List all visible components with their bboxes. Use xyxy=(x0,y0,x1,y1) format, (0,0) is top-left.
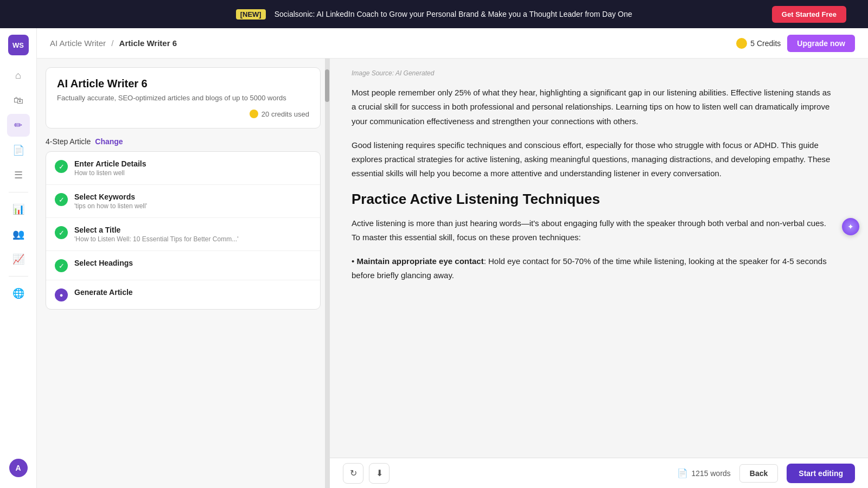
download-button[interactable]: ⬇ xyxy=(369,463,390,484)
refresh-icon: ↻ xyxy=(350,468,357,478)
top-banner: [NEW] Socialsonic: AI LinkedIn Coach to … xyxy=(0,0,868,28)
article-writer-title: AI Article Writer 6 xyxy=(57,78,309,90)
image-source-label: Image Source: AI Generated xyxy=(352,69,835,77)
breadcrumb-current: Article Writer 6 xyxy=(119,38,177,48)
step-3-text: Select a Title 'How to Listen Well: 10 E… xyxy=(74,226,311,243)
content-area: AI Article Writer / Article Writer 6 5 C… xyxy=(37,28,868,488)
step-3[interactable]: ✓ Select a Title 'How to Listen Well: 10… xyxy=(46,218,320,251)
upgrade-button[interactable]: Upgrade now xyxy=(787,35,855,52)
left-panel: AI Article Writer 6 Factually accurate, … xyxy=(37,59,330,488)
article-paragraph-2: Good listening requires specific techniq… xyxy=(352,138,835,181)
scrollbar-thumb xyxy=(325,69,329,102)
step-3-subtitle: 'How to Listen Well: 10 Essential Tips f… xyxy=(74,235,311,243)
article-heading-para: Active listening is more than just heari… xyxy=(352,216,835,245)
banner-cta-button[interactable]: Get Started Free xyxy=(772,6,846,23)
step-2[interactable]: ✓ Select Keywords 'tips on how to listen… xyxy=(46,185,320,218)
step-3-check: ✓ xyxy=(55,226,68,239)
body-panels: AI Article Writer 6 Factually accurate, … xyxy=(37,59,868,488)
sidebar-item-shop[interactable]: 🛍 xyxy=(7,89,30,112)
article-heading: Practice Active Listening Techniques xyxy=(352,191,835,208)
step-2-title: Select Keywords xyxy=(74,192,311,201)
step-1-check: ✓ xyxy=(55,160,68,173)
header-right: 5 Credits Upgrade now xyxy=(736,35,855,52)
article-writer-card: AI Article Writer 6 Factually accurate, … xyxy=(46,67,321,129)
right-wrapper: ✦ Image Source: AI Generated Most people… xyxy=(330,59,868,488)
start-editing-button[interactable]: Start editing xyxy=(787,464,855,483)
back-button[interactable]: Back xyxy=(739,464,778,483)
main-layout: WS ⌂ 🛍 ✏ 📄 ☰ 📊 👥 📈 🌐 A AI Article Writer… xyxy=(0,28,868,488)
step-5-title: Generate Article xyxy=(74,288,311,297)
sidebar-item-chrome[interactable]: 🌐 xyxy=(7,282,30,305)
step-3-title: Select a Title xyxy=(74,226,311,234)
step-1[interactable]: ✓ Enter Article Details How to listen we… xyxy=(46,152,320,185)
scrollbar-track[interactable] xyxy=(325,59,329,488)
header-bar: AI Article Writer / Article Writer 6 5 C… xyxy=(37,28,868,59)
steps-container: ✓ Enter Article Details How to listen we… xyxy=(46,151,321,310)
step-2-check: ✓ xyxy=(55,193,68,206)
sidebar-item-analytics[interactable]: 📈 xyxy=(7,248,30,271)
step-2-text: Select Keywords 'tips on how to listen w… xyxy=(74,192,311,210)
refresh-button[interactable]: ↻ xyxy=(343,463,363,484)
sidebar-item-users[interactable]: 👥 xyxy=(7,223,30,246)
step-5-check: ● xyxy=(55,288,68,301)
credits-icon xyxy=(736,38,747,49)
steps-label: 4-Step Article Change xyxy=(46,137,321,146)
sidebar: WS ⌂ 🛍 ✏ 📄 ☰ 📊 👥 📈 🌐 A xyxy=(0,28,37,488)
credits-used-dot xyxy=(250,110,258,118)
sidebar-item-list[interactable]: ☰ xyxy=(7,164,30,187)
sidebar-divider-2 xyxy=(9,276,28,277)
bottom-actions-right: 📄 1215 words Back Start editing xyxy=(677,464,855,483)
article-bullet-bold: Maintain appropriate eye contact xyxy=(356,256,483,266)
breadcrumb-separator: / xyxy=(111,38,113,48)
step-4-text: Select Headings xyxy=(74,259,311,268)
bottom-actions-left: ↻ ⬇ xyxy=(343,463,390,484)
credits-used-label: 20 credits used xyxy=(261,110,309,118)
change-link[interactable]: Change xyxy=(95,137,123,146)
step-1-text: Enter Article Details How to listen well xyxy=(74,159,311,177)
sidebar-item-chart[interactable]: 📊 xyxy=(7,198,30,221)
sidebar-item-document[interactable]: 📄 xyxy=(7,139,30,162)
step-5-text: Generate Article xyxy=(74,288,311,298)
sidebar-item-home[interactable]: ⌂ xyxy=(7,64,30,87)
step-4-check: ✓ xyxy=(55,259,68,272)
article-paragraph-1: Most people remember only 25% of what th… xyxy=(352,86,835,129)
step-4[interactable]: ✓ Select Headings xyxy=(46,251,320,280)
article-bullet: • Maintain appropriate eye contact: Hold… xyxy=(352,254,835,283)
step-1-title: Enter Article Details xyxy=(74,159,311,168)
word-count: 📄 1215 words xyxy=(677,468,730,478)
credits-used: 20 credits used xyxy=(57,110,309,118)
step-5[interactable]: ● Generate Article xyxy=(46,280,320,309)
right-scroll[interactable]: ✦ Image Source: AI Generated Most people… xyxy=(330,59,868,458)
banner-text: Socialsonic: AI LinkedIn Coach to Grow y… xyxy=(275,10,633,18)
article-content: Image Source: AI Generated Most people r… xyxy=(330,59,868,300)
download-icon: ⬇ xyxy=(376,468,383,478)
breadcrumb: AI Article Writer / Article Writer 6 xyxy=(50,38,177,48)
step-1-subtitle: How to listen well xyxy=(74,169,311,177)
steps-label-text: 4-Step Article xyxy=(46,137,91,146)
new-badge: [NEW] xyxy=(236,9,266,20)
sidebar-item-edit[interactable]: ✏ xyxy=(7,114,30,137)
article-writer-description: Factually accurate, SEO-optimized articl… xyxy=(57,93,309,103)
breadcrumb-parent[interactable]: AI Article Writer xyxy=(50,38,106,48)
step-4-title: Select Headings xyxy=(74,259,311,267)
word-count-label: 1215 words xyxy=(691,469,730,478)
avatar[interactable]: A xyxy=(9,459,28,477)
sidebar-logo: WS xyxy=(8,35,29,55)
credits-label: 5 Credits xyxy=(750,39,781,48)
document-icon: 📄 xyxy=(677,468,688,478)
sidebar-divider xyxy=(9,192,28,192)
credits-badge: 5 Credits xyxy=(736,38,781,49)
article-bottom-bar: ↻ ⬇ 📄 1215 words Back Start editing xyxy=(330,458,868,488)
step-2-subtitle: 'tips on how to listen well' xyxy=(74,202,311,210)
